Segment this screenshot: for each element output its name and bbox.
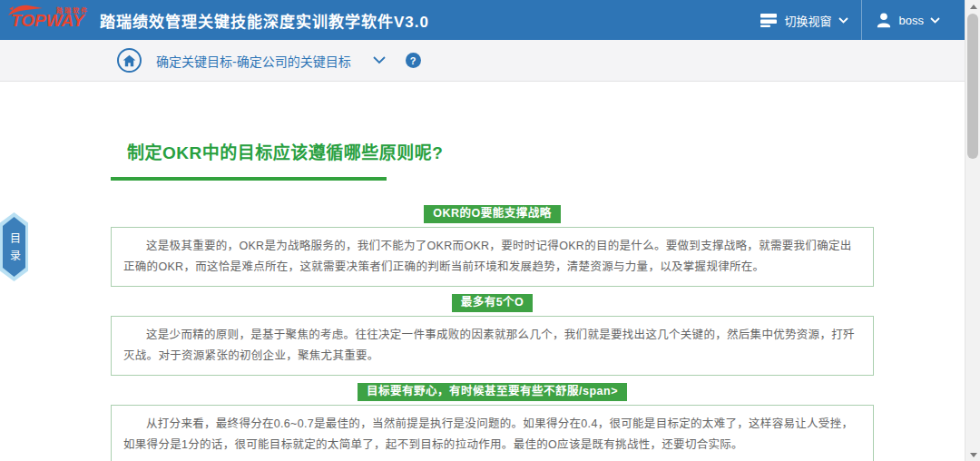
switch-view-label: 切换视窗 [785, 12, 832, 29]
logo-sub-text: 踏瑞软件 [56, 5, 89, 15]
help-button[interactable]: ? [406, 53, 421, 68]
okr-section: 目标要有野心，有时候甚至要有些不舒服/span> 从打分来看，最终得分在0.6~… [111, 383, 874, 461]
scrollbar-thumb[interactable] [967, 14, 978, 159]
scroll-down-arrow[interactable] [965, 448, 980, 461]
section-body-box: 这是少而精的原则，是基于聚焦的考虑。往往决定一件事成败的因素就那么几个，我们就是… [111, 316, 874, 376]
home-button[interactable] [117, 48, 142, 73]
toc-tab-inner: 目录 [3, 217, 25, 277]
breadcrumb-dropdown-chevron[interactable] [373, 56, 386, 64]
section-body-text: 这是少而精的原则，是基于聚焦的考虑。往往决定一件事成败的因素就那么几个，我们就是… [123, 325, 861, 367]
section-body-text: 这是极其重要的，OKR是为战略服务的，我们不能为了OKR而OKR，要时时记得OK… [123, 236, 861, 278]
triangle-up-icon [970, 5, 977, 9]
triangle-down-icon [970, 453, 977, 457]
okr-section: OKR的O要能支撑战略 这是极其重要的，OKR是为战略服务的，我们不能为了OKR… [111, 205, 874, 287]
section-body-text: 从打分来看，最终得分在0.6~0.7是最佳的，当然前提是执行是没问题的。如果得分… [123, 414, 861, 456]
scroll-up-arrow[interactable] [965, 0, 980, 13]
top-header: TOPWAY 踏瑞软件 踏瑞绩效管理关键技能深度实训教学软件V3.0 切换视窗 … [0, 0, 980, 40]
vertical-scrollbar[interactable] [965, 0, 980, 461]
home-icon [122, 54, 136, 67]
breadcrumb: 确定关键目标-确定公司的关键目标 [156, 52, 351, 70]
user-menu[interactable]: boss [862, 0, 953, 40]
chevron-down-icon [838, 17, 848, 24]
main-content: 制定OKR中的目标应该遵循哪些原则呢? OKR的O要能支撑战略 这是极其重要的，… [0, 139, 980, 461]
switch-view-icon [759, 12, 779, 28]
user-name: boss [899, 14, 924, 27]
chevron-down-icon [373, 56, 386, 64]
toc-tab[interactable]: 目录 [0, 212, 28, 281]
okr-section: 最多有5个O 这是少而精的原则，是基于聚焦的考虑。往往决定一件事成败的因素就那么… [111, 294, 874, 376]
user-icon [875, 11, 893, 29]
topway-logo: TOPWAY 踏瑞软件 [7, 3, 91, 37]
switch-view-menu[interactable]: 切换视窗 [746, 0, 861, 40]
app-window: TOPWAY 踏瑞软件 踏瑞绩效管理关键技能深度实训教学软件V3.0 切换视窗 … [0, 0, 980, 461]
app-title: 踏瑞绩效管理关键技能深度实训教学软件V3.0 [100, 9, 429, 32]
chevron-down-icon [930, 17, 940, 24]
question-mark-icon: ? [410, 55, 416, 66]
section-body-box: 这是极其重要的，OKR是为战略服务的，我们不能为了OKR而OKR，要时时记得OK… [111, 227, 874, 287]
toc-tab-label: 目录 [9, 227, 20, 267]
page-title: 制定OKR中的目标应该遵循哪些原则呢? [111, 139, 874, 163]
title-underline [111, 177, 387, 181]
section-body-box: 从打分来看，最终得分在0.6~0.7是最佳的，当然前提是执行是没问题的。如果得分… [111, 405, 874, 461]
section-heading-badge: 目标要有野心，有时候甚至要有些不舒服/span> [358, 383, 627, 401]
breadcrumb-bar: 确定关键目标-确定公司的关键目标 ? [0, 40, 980, 82]
section-heading-badge: OKR的O要能支撑战略 [424, 205, 561, 223]
section-heading-badge: 最多有5个O [452, 294, 534, 312]
